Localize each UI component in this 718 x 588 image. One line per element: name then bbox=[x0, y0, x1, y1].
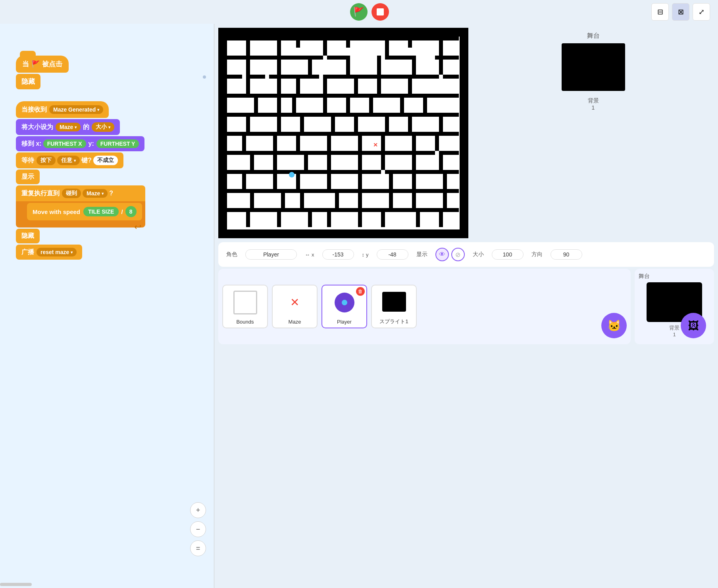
show-block[interactable]: 显示 bbox=[16, 170, 40, 184]
svg-rect-152 bbox=[327, 170, 331, 189]
set-size-block[interactable]: 将大小设为 Maze ▾ 的 大小 ▾ bbox=[16, 119, 120, 135]
flag-symbol: 🚩 bbox=[31, 60, 40, 68]
svg-rect-67 bbox=[227, 151, 250, 155]
show-label: 显示 bbox=[416, 251, 427, 258]
top-bar: 🚩 ⊟ ⊠ ⤢ bbox=[0, 0, 718, 24]
stage-thumbnail[interactable] bbox=[562, 43, 625, 91]
repeat-close: ↩ bbox=[16, 222, 145, 227]
svg-rect-74 bbox=[416, 151, 435, 155]
stage-canvas: ✕ bbox=[218, 28, 468, 238]
svg-rect-89 bbox=[339, 189, 358, 193]
svg-rect-84 bbox=[447, 170, 459, 174]
broadcast-block[interactable]: 广播 reset maze ▾ bbox=[16, 245, 82, 260]
touching-dropdown[interactable]: 碰到 bbox=[62, 189, 81, 198]
reset-maze-dropdown[interactable]: reset maze ▾ bbox=[37, 248, 77, 256]
svg-rect-118 bbox=[277, 94, 281, 113]
sprite-card-bounds[interactable]: Bounds bbox=[222, 285, 268, 328]
svg-rect-71 bbox=[331, 151, 358, 155]
svg-rect-109 bbox=[439, 56, 443, 75]
wait-block[interactable]: 等待 按下 任意 ▾ 键? 不成立 bbox=[16, 152, 123, 168]
svg-rect-63 bbox=[362, 132, 381, 136]
hide-button[interactable]: ⊘ bbox=[451, 248, 465, 261]
svg-rect-154 bbox=[389, 170, 393, 189]
svg-rect-139 bbox=[412, 132, 416, 151]
zoom-in-button[interactable]: + bbox=[190, 502, 206, 518]
svg-rect-16 bbox=[277, 37, 281, 56]
maze-x-icon: ✕ bbox=[290, 296, 299, 309]
sprite-card-sprite1[interactable]: スプライト1 bbox=[371, 285, 417, 328]
svg-rect-79 bbox=[300, 170, 327, 174]
repeat-until-block[interactable]: 重复执行直到 碰到 Maze ▾ ? bbox=[16, 185, 145, 201]
move-speed-block[interactable]: Move with speed TILE SIZE / 8 bbox=[27, 203, 142, 220]
sprite-card-maze[interactable]: ✕ Maze bbox=[272, 285, 318, 328]
sprite-name-input[interactable] bbox=[245, 249, 297, 260]
stage-view-icon: ⊠ bbox=[678, 8, 684, 16]
svg-rect-121 bbox=[346, 94, 350, 113]
svg-rect-110 bbox=[246, 75, 250, 94]
sprite-card-player[interactable]: 🗑 Player bbox=[321, 285, 367, 328]
zoom-out-button[interactable]: − bbox=[190, 521, 206, 537]
furthest-x-value: FURTHEST X bbox=[43, 139, 86, 148]
maze-ref-dropdown[interactable]: Maze ▾ bbox=[83, 189, 108, 198]
y-value[interactable]: -48 bbox=[377, 249, 408, 260]
cat-icon: 🐱 bbox=[607, 319, 621, 332]
x-value[interactable]: -153 bbox=[322, 249, 354, 260]
svg-rect-8 bbox=[281, 37, 296, 40]
delete-badge[interactable]: 🗑 bbox=[356, 287, 365, 296]
sprite-thumb-sprite1 bbox=[380, 288, 408, 316]
hide-block-2[interactable]: 隐藏 bbox=[16, 229, 40, 243]
top-bar-right: ⊟ ⊠ ⤢ bbox=[651, 3, 710, 21]
message-dropdown[interactable]: Maze Generated ▾ bbox=[49, 105, 103, 114]
stage-section: 舞台 背景 1 bbox=[472, 28, 714, 238]
any-dropdown[interactable]: 任意 ▾ bbox=[57, 156, 80, 165]
maze-dropdown[interactable]: Maze ▾ bbox=[56, 123, 81, 131]
sprite-label-bounds: Bounds bbox=[236, 319, 254, 325]
svg-rect-81 bbox=[362, 170, 381, 174]
sprite-label-maze: Maze bbox=[289, 319, 301, 325]
backdrop-bottom-label: 背景 bbox=[669, 324, 680, 332]
svg-rect-149 bbox=[242, 170, 246, 189]
add-sprite-button[interactable]: 🐱 bbox=[601, 313, 627, 338]
svg-rect-143 bbox=[304, 151, 308, 170]
svg-rect-17 bbox=[296, 37, 300, 48]
backdrop-number: 1 bbox=[592, 104, 595, 111]
svg-rect-47 bbox=[404, 94, 423, 98]
move-to-block[interactable]: 移到 x: FURTHEST X y: FURTHEST Y bbox=[16, 136, 144, 151]
view-stage-button[interactable]: ⊠ bbox=[672, 3, 689, 21]
svg-rect-155 bbox=[412, 170, 416, 189]
svg-rect-136 bbox=[327, 132, 331, 151]
add-backdrop-button[interactable]: 🖼 bbox=[681, 313, 706, 338]
show-button[interactable]: 👁 bbox=[435, 248, 449, 261]
svg-rect-112 bbox=[296, 75, 300, 94]
size-value[interactable]: 100 bbox=[492, 249, 524, 260]
green-flag-button[interactable]: 🚩 bbox=[350, 3, 368, 21]
fullscreen-icon: ⤢ bbox=[699, 8, 705, 16]
when-receive-block[interactable]: 当接收到 Maze Generated ▾ bbox=[16, 101, 109, 118]
view-fullscreen-button[interactable]: ⤢ bbox=[693, 3, 710, 21]
svg-rect-168 bbox=[327, 208, 331, 227]
svg-rect-31 bbox=[227, 75, 242, 79]
svg-text:✕: ✕ bbox=[373, 142, 378, 148]
svg-rect-93 bbox=[447, 189, 459, 193]
size-dropdown[interactable]: 大小 ▾ bbox=[92, 122, 114, 132]
svg-point-174 bbox=[289, 172, 295, 177]
svg-rect-163 bbox=[412, 189, 416, 208]
svg-rect-125 bbox=[246, 113, 250, 132]
svg-rect-103 bbox=[246, 56, 250, 75]
svg-rect-134 bbox=[273, 132, 277, 151]
svg-rect-11 bbox=[350, 37, 385, 40]
main-layout: 当 🚩 被点击 隐藏 当接收到 Maze Generate bbox=[0, 24, 718, 588]
sprite-thumb-player bbox=[331, 289, 358, 316]
bottom-scrollbar[interactable] bbox=[0, 583, 32, 586]
zoom-reset-button[interactable]: = bbox=[190, 540, 206, 556]
view-split-button[interactable]: ⊟ bbox=[651, 3, 669, 21]
direction-value[interactable]: 90 bbox=[551, 249, 582, 260]
press-dropdown[interactable]: 按下 bbox=[37, 156, 56, 165]
stop-button[interactable] bbox=[372, 3, 389, 21]
svg-rect-7 bbox=[250, 37, 277, 40]
not-value: 不成立 bbox=[93, 156, 118, 165]
svg-rect-5 bbox=[460, 32, 464, 234]
svg-rect-127 bbox=[300, 113, 304, 132]
hide-block-1[interactable]: 隐藏 bbox=[16, 74, 40, 89]
when-flag-block[interactable]: 当 🚩 被点击 bbox=[16, 56, 69, 73]
